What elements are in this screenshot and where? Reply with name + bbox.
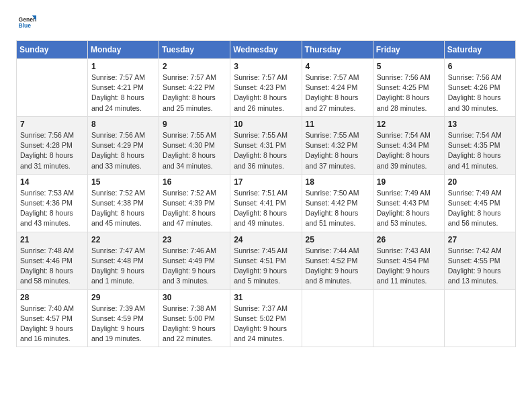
day-info: Sunrise: 7:56 AM Sunset: 4:26 PM Dayligh…: [448, 73, 512, 113]
day-info: Sunrise: 7:40 AM Sunset: 4:57 PM Dayligh…: [20, 304, 84, 345]
calendar-cell: 20Sunrise: 7:49 AM Sunset: 4:45 PM Dayli…: [444, 174, 515, 232]
day-number: 13: [448, 120, 512, 129]
day-number: 1: [91, 62, 155, 71]
calendar-cell: [17, 59, 88, 117]
calendar-cell: 19Sunrise: 7:49 AM Sunset: 4:43 PM Dayli…: [373, 174, 444, 232]
day-number: 26: [377, 235, 441, 244]
calendar-week-2: 7Sunrise: 7:56 AM Sunset: 4:28 PM Daylig…: [17, 116, 516, 174]
day-info: Sunrise: 7:39 AM Sunset: 4:59 PM Dayligh…: [91, 304, 155, 345]
day-info: Sunrise: 7:56 AM Sunset: 4:25 PM Dayligh…: [377, 73, 441, 113]
day-number: 29: [91, 293, 155, 302]
day-number: 30: [163, 293, 226, 302]
day-number: 2: [163, 62, 226, 71]
column-header-friday: Friday: [373, 41, 444, 59]
day-number: 20: [448, 177, 512, 187]
calendar-cell: 31Sunrise: 7:37 AM Sunset: 5:02 PM Dayli…: [230, 289, 302, 347]
calendar-cell: 25Sunrise: 7:44 AM Sunset: 4:52 PM Dayli…: [302, 232, 373, 289]
day-info: Sunrise: 7:49 AM Sunset: 4:45 PM Dayligh…: [448, 188, 512, 229]
day-info: Sunrise: 7:50 AM Sunset: 4:42 PM Dayligh…: [306, 188, 369, 229]
day-info: Sunrise: 7:54 AM Sunset: 4:34 PM Dayligh…: [377, 130, 441, 171]
day-number: 9: [163, 120, 226, 129]
day-info: Sunrise: 7:55 AM Sunset: 4:32 PM Dayligh…: [306, 130, 369, 171]
calendar-cell: [302, 289, 373, 347]
day-number: 12: [377, 120, 441, 129]
calendar-cell: 5Sunrise: 7:56 AM Sunset: 4:25 PM Daylig…: [373, 59, 444, 117]
calendar-table: SundayMondayTuesdayWednesdayThursdayFrid…: [16, 40, 516, 347]
calendar-week-3: 14Sunrise: 7:53 AM Sunset: 4:36 PM Dayli…: [17, 174, 516, 232]
day-number: 8: [91, 120, 155, 129]
day-info: Sunrise: 7:57 AM Sunset: 4:23 PM Dayligh…: [234, 73, 298, 113]
column-header-saturday: Saturday: [444, 41, 515, 59]
day-info: Sunrise: 7:49 AM Sunset: 4:43 PM Dayligh…: [377, 188, 441, 229]
day-info: Sunrise: 7:38 AM Sunset: 5:00 PM Dayligh…: [163, 304, 226, 345]
page-header: General Blue: [16, 13, 516, 32]
day-info: Sunrise: 7:37 AM Sunset: 5:02 PM Dayligh…: [234, 304, 298, 345]
calendar-cell: 23Sunrise: 7:46 AM Sunset: 4:49 PM Dayli…: [159, 232, 230, 289]
calendar-cell: 11Sunrise: 7:55 AM Sunset: 4:32 PM Dayli…: [302, 116, 373, 174]
calendar-cell: 26Sunrise: 7:43 AM Sunset: 4:54 PM Dayli…: [373, 232, 444, 289]
day-info: Sunrise: 7:42 AM Sunset: 4:55 PM Dayligh…: [448, 246, 512, 287]
calendar-cell: 27Sunrise: 7:42 AM Sunset: 4:55 PM Dayli…: [444, 232, 515, 289]
day-info: Sunrise: 7:51 AM Sunset: 4:41 PM Dayligh…: [234, 188, 298, 229]
calendar-header-row: SundayMondayTuesdayWednesdayThursdayFrid…: [17, 41, 516, 59]
day-number: 14: [20, 177, 84, 187]
calendar-cell: 9Sunrise: 7:55 AM Sunset: 4:30 PM Daylig…: [159, 116, 230, 174]
day-info: Sunrise: 7:57 AM Sunset: 4:22 PM Dayligh…: [163, 73, 226, 113]
calendar-cell: 29Sunrise: 7:39 AM Sunset: 4:59 PM Dayli…: [88, 289, 159, 347]
day-number: 18: [306, 177, 369, 187]
day-info: Sunrise: 7:57 AM Sunset: 4:24 PM Dayligh…: [306, 73, 369, 113]
day-number: 22: [91, 235, 155, 244]
calendar-cell: 17Sunrise: 7:51 AM Sunset: 4:41 PM Dayli…: [230, 174, 302, 232]
day-number: 16: [163, 177, 226, 187]
calendar-cell: 24Sunrise: 7:45 AM Sunset: 4:51 PM Dayli…: [230, 232, 302, 289]
column-header-sunday: Sunday: [17, 41, 88, 59]
column-header-wednesday: Wednesday: [230, 41, 302, 59]
calendar-cell: 15Sunrise: 7:52 AM Sunset: 4:38 PM Dayli…: [88, 174, 159, 232]
day-number: 31: [234, 293, 298, 302]
day-info: Sunrise: 7:45 AM Sunset: 4:51 PM Dayligh…: [234, 246, 298, 287]
day-number: 6: [448, 62, 512, 71]
calendar-cell: 7Sunrise: 7:56 AM Sunset: 4:28 PM Daylig…: [17, 116, 88, 174]
column-header-monday: Monday: [88, 41, 159, 59]
calendar-cell: 30Sunrise: 7:38 AM Sunset: 5:00 PM Dayli…: [159, 289, 230, 347]
day-number: 28: [20, 293, 84, 302]
day-info: Sunrise: 7:54 AM Sunset: 4:35 PM Dayligh…: [448, 130, 512, 171]
day-info: Sunrise: 7:55 AM Sunset: 4:30 PM Dayligh…: [163, 130, 226, 171]
day-number: 25: [306, 235, 369, 244]
day-info: Sunrise: 7:47 AM Sunset: 4:48 PM Dayligh…: [91, 246, 155, 287]
calendar-cell: [444, 289, 515, 347]
calendar-week-1: 1Sunrise: 7:57 AM Sunset: 4:21 PM Daylig…: [17, 59, 516, 117]
day-number: 10: [234, 120, 298, 129]
calendar-cell: 14Sunrise: 7:53 AM Sunset: 4:36 PM Dayli…: [17, 174, 88, 232]
calendar-cell: 6Sunrise: 7:56 AM Sunset: 4:26 PM Daylig…: [444, 59, 515, 117]
day-info: Sunrise: 7:56 AM Sunset: 4:29 PM Dayligh…: [91, 130, 155, 171]
day-number: 7: [20, 120, 84, 129]
day-info: Sunrise: 7:52 AM Sunset: 4:38 PM Dayligh…: [91, 188, 155, 229]
calendar-cell: 28Sunrise: 7:40 AM Sunset: 4:57 PM Dayli…: [17, 289, 88, 347]
logo: General Blue: [16, 13, 36, 32]
calendar-cell: 22Sunrise: 7:47 AM Sunset: 4:48 PM Dayli…: [88, 232, 159, 289]
calendar-cell: 12Sunrise: 7:54 AM Sunset: 4:34 PM Dayli…: [373, 116, 444, 174]
day-number: 5: [377, 62, 441, 71]
day-number: 27: [448, 235, 512, 244]
column-header-tuesday: Tuesday: [159, 41, 230, 59]
day-info: Sunrise: 7:53 AM Sunset: 4:36 PM Dayligh…: [20, 188, 84, 229]
day-number: 23: [163, 235, 226, 244]
svg-text:Blue: Blue: [19, 22, 32, 29]
day-number: 24: [234, 235, 298, 244]
calendar-cell: 21Sunrise: 7:48 AM Sunset: 4:46 PM Dayli…: [17, 232, 88, 289]
calendar-cell: 13Sunrise: 7:54 AM Sunset: 4:35 PM Dayli…: [444, 116, 515, 174]
calendar-cell: 1Sunrise: 7:57 AM Sunset: 4:21 PM Daylig…: [88, 59, 159, 117]
day-number: 11: [306, 120, 369, 129]
day-info: Sunrise: 7:43 AM Sunset: 4:54 PM Dayligh…: [377, 246, 441, 287]
logo-icon: General Blue: [17, 13, 36, 32]
column-header-thursday: Thursday: [302, 41, 373, 59]
day-info: Sunrise: 7:55 AM Sunset: 4:31 PM Dayligh…: [234, 130, 298, 171]
day-info: Sunrise: 7:44 AM Sunset: 4:52 PM Dayligh…: [306, 246, 369, 287]
day-number: 3: [234, 62, 298, 71]
calendar-cell: 10Sunrise: 7:55 AM Sunset: 4:31 PM Dayli…: [230, 116, 302, 174]
day-info: Sunrise: 7:46 AM Sunset: 4:49 PM Dayligh…: [163, 246, 226, 287]
day-number: 4: [306, 62, 369, 71]
calendar-cell: 16Sunrise: 7:52 AM Sunset: 4:39 PM Dayli…: [159, 174, 230, 232]
day-info: Sunrise: 7:57 AM Sunset: 4:21 PM Dayligh…: [91, 73, 155, 113]
